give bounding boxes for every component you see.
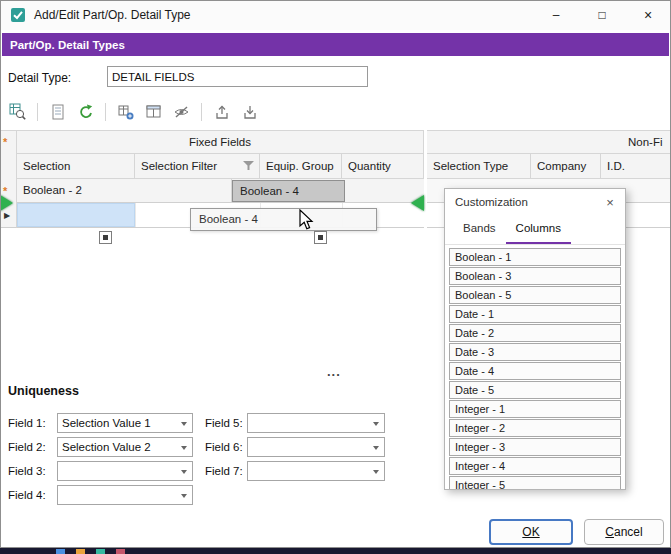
taskbar-icon[interactable] bbox=[56, 549, 65, 554]
list-item[interactable]: Integer - 4 bbox=[449, 457, 621, 475]
customization-title-bar[interactable]: Customization bbox=[445, 189, 625, 215]
field-4-label: Field 4: bbox=[8, 489, 46, 501]
field-2-combo[interactable]: Selection Value 2 bbox=[57, 437, 193, 457]
drag-handle-marker bbox=[99, 231, 112, 244]
list-item[interactable]: Date - 5 bbox=[449, 381, 621, 399]
column-header-selection[interactable]: Selection bbox=[17, 154, 135, 179]
focused-row-arrow-icon: ▶ bbox=[4, 211, 10, 220]
field-7-combo[interactable] bbox=[247, 461, 385, 481]
app-icon bbox=[10, 7, 26, 23]
list-item[interactable]: Boolean - 1 bbox=[449, 248, 621, 266]
toolbar-separator bbox=[201, 103, 202, 121]
customization-tabs: Bands Columns bbox=[445, 215, 625, 245]
subheader-boolean-2[interactable]: Boolean - 2 bbox=[17, 179, 232, 203]
column-header-selection-type[interactable]: Selection Type bbox=[427, 154, 531, 179]
list-item[interactable]: Integer - 3 bbox=[449, 438, 621, 456]
field-1-label: Field 1: bbox=[8, 417, 46, 429]
customization-panel: Customization × Bands Columns Boolean - … bbox=[444, 188, 626, 490]
dropdown-arrow-icon bbox=[181, 470, 187, 474]
band-non-fixed-fields[interactable]: Non-Fi bbox=[427, 130, 671, 154]
ellipsis-indicator: ... bbox=[327, 364, 341, 379]
column-header-id[interactable]: I.D. bbox=[601, 154, 671, 179]
list-item[interactable]: Integer - 1 bbox=[449, 400, 621, 418]
list-item[interactable]: Date - 1 bbox=[449, 305, 621, 323]
list-item[interactable]: Date - 3 bbox=[449, 343, 621, 361]
list-item[interactable]: Boolean - 5 bbox=[449, 286, 621, 304]
filter-icon[interactable] bbox=[243, 161, 254, 171]
close-button[interactable]: × bbox=[625, 0, 671, 30]
dropdown-arrow-icon bbox=[373, 470, 379, 474]
drop-indicator-right-arrow-icon bbox=[411, 195, 424, 211]
toolbar-separator bbox=[37, 103, 38, 121]
uniqueness-title: Uniqueness bbox=[8, 384, 79, 398]
field-7-label: Field 7: bbox=[205, 465, 243, 477]
column-separator bbox=[135, 203, 136, 227]
refresh-icon[interactable] bbox=[74, 100, 97, 123]
hidden-columns-list: Boolean - 1 Boolean - 3 Boolean - 5 Date… bbox=[445, 248, 625, 490]
field-3-combo[interactable] bbox=[57, 461, 193, 481]
dropdown-arrow-icon bbox=[373, 422, 379, 426]
dropdown-arrow-icon bbox=[181, 494, 187, 498]
taskbar-icon[interactable] bbox=[116, 549, 125, 554]
detail-type-input[interactable] bbox=[107, 66, 368, 87]
column-header-quantity[interactable]: Quantity bbox=[342, 154, 424, 179]
selected-cell[interactable] bbox=[17, 203, 135, 227]
field-1-value: Selection Value 1 bbox=[58, 414, 192, 432]
field-5-combo[interactable] bbox=[247, 413, 385, 433]
row-indicator-column: * * ▶ bbox=[0, 130, 17, 228]
cancel-button-label: Cancel bbox=[605, 525, 642, 539]
dropdown-arrow-icon bbox=[373, 446, 379, 450]
panel-header: Part/Op. Detail Types bbox=[2, 33, 669, 56]
list-item[interactable]: Date - 4 bbox=[449, 362, 621, 380]
window-controls: – □ × bbox=[533, 0, 671, 30]
minimize-button[interactable]: – bbox=[533, 0, 579, 30]
list-item[interactable]: Boolean - 3 bbox=[449, 267, 621, 285]
list-item[interactable]: Integer - 2 bbox=[449, 419, 621, 437]
column-header-equip-group[interactable]: Equip. Group bbox=[260, 154, 342, 179]
cancel-button[interactable]: Cancel bbox=[584, 519, 664, 545]
toolbar bbox=[6, 99, 261, 124]
band-fixed-fields[interactable]: Fixed Fields bbox=[17, 130, 424, 154]
column-header-selection-filter-label: Selection Filter bbox=[141, 160, 217, 172]
field-6-label: Field 6: bbox=[205, 441, 243, 453]
taskbar-icon[interactable] bbox=[76, 549, 85, 554]
drag-ghost-header: Boolean - 4 bbox=[190, 208, 377, 231]
field-chooser-icon[interactable] bbox=[114, 100, 137, 123]
band-non-fixed-fields-label: Non-Fi bbox=[628, 131, 663, 153]
drop-indicator-left-arrow-icon bbox=[0, 195, 13, 211]
list-item[interactable]: Integer - 5 bbox=[449, 476, 621, 490]
field-1-combo[interactable]: Selection Value 1 bbox=[57, 413, 193, 433]
subheader-boolean-4-pressed[interactable]: Boolean - 4 bbox=[232, 180, 345, 202]
dropdown-arrow-icon bbox=[181, 422, 187, 426]
customization-close-button[interactable]: × bbox=[601, 193, 619, 211]
field-6-combo[interactable] bbox=[247, 437, 385, 457]
screen: Add/Edit Part/Op. Detail Type – □ × Part… bbox=[0, 0, 671, 554]
toolbar-separator bbox=[105, 103, 106, 121]
band-fixed-fields-label: Fixed Fields bbox=[189, 136, 251, 148]
taskbar-icon[interactable] bbox=[96, 549, 105, 554]
list-item[interactable]: Date - 2 bbox=[449, 324, 621, 342]
mouse-cursor-icon bbox=[299, 209, 315, 231]
taskbar[interactable] bbox=[0, 548, 671, 554]
titlebar: Add/Edit Part/Op. Detail Type – □ × bbox=[0, 0, 671, 30]
ok-button[interactable]: OK bbox=[489, 519, 573, 545]
column-header-selection-filter[interactable]: Selection Filter bbox=[135, 154, 260, 179]
column-header-company[interactable]: Company bbox=[531, 154, 601, 179]
ok-button-label: OK bbox=[522, 525, 539, 539]
zoom-grid-icon[interactable] bbox=[6, 100, 29, 123]
field-3-label: Field 3: bbox=[8, 465, 46, 477]
document-icon[interactable] bbox=[46, 100, 69, 123]
field-4-combo[interactable] bbox=[57, 485, 193, 505]
detail-type-label: Detail Type: bbox=[8, 71, 71, 85]
maximize-button[interactable]: □ bbox=[579, 0, 625, 30]
import-icon[interactable] bbox=[238, 100, 261, 123]
tab-columns[interactable]: Columns bbox=[506, 215, 571, 244]
field-2-label: Field 2: bbox=[8, 441, 46, 453]
field-2-value: Selection Value 2 bbox=[58, 438, 192, 456]
hide-field-icon[interactable] bbox=[170, 100, 193, 123]
export-icon[interactable] bbox=[210, 100, 233, 123]
field-5-label: Field 5: bbox=[205, 417, 243, 429]
band-layout-icon[interactable] bbox=[142, 100, 165, 123]
tab-bands[interactable]: Bands bbox=[453, 215, 506, 244]
panel-header-title: Part/Op. Detail Types bbox=[10, 39, 125, 51]
